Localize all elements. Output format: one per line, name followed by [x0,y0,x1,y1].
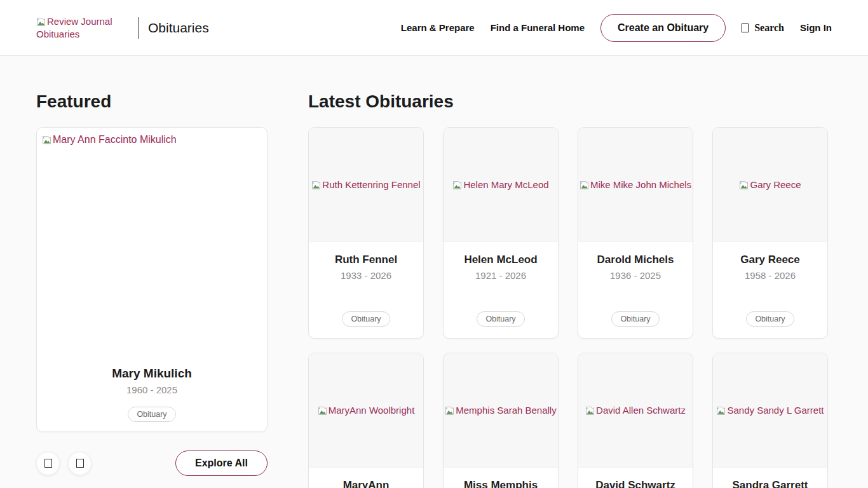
obituary-badge: Obituary [611,311,659,327]
broken-image-icon [318,405,328,416]
obituary-name: David Schwartz [595,478,675,488]
obituary-card[interactable]: MaryAnn Woolbright MaryAnn [308,353,424,488]
featured-card-body: Mary Mikulich 1960 - 2025 Obituary [37,367,267,431]
broken-image-icon [445,405,455,416]
header-divider [138,17,139,39]
obituary-photo-broken-image: Gary Reece [713,128,827,242]
latest-obituaries-section: Latest Obituaries Ruth Kettenring Fennel… [308,56,832,488]
broken-image-icon [452,180,463,190]
obituary-name: Mary Mikulich [37,367,267,381]
obituary-years: 1921 - 2026 [475,270,526,281]
obituary-card-body: Miss Memphis [444,468,558,488]
carousel-next-icon [76,459,84,468]
broken-image-icon [36,17,46,27]
broken-image-icon [716,405,726,416]
featured-section: Featured Mary Ann Faccinto Mikulich Mary… [36,56,268,488]
broken-image-alt-text: Mary Ann Faccinto Mikulich [53,134,177,145]
obituary-card-body: David Schwartz [578,468,693,488]
logo-link[interactable]: Review Journal Obituaries [36,15,121,41]
carousel-prev-icon [44,459,52,468]
header-nav: Learn & Prepare Find a Funeral Home Crea… [401,14,832,42]
latest-obituaries-heading: Latest Obituaries [308,91,832,112]
obituary-name: Miss Memphis [464,478,538,488]
obituary-years: 1960 - 2025 [37,384,267,395]
broken-image-alt-text: MaryAnn Woolbright [329,405,415,416]
obituary-card[interactable]: Ruth Kettenring Fennel Ruth Fennel 1933 … [308,127,424,339]
obituary-photo-broken-image: Mike Mike John Michels [578,128,693,242]
latest-obituaries-grid: Ruth Kettenring Fennel Ruth Fennel 1933 … [308,127,832,488]
obituary-card-body: Darold Michels 1936 - 2025 Obituary [578,242,693,338]
obituary-card[interactable]: Sandy Sandy L Garrett Sandra Garrett [712,353,828,488]
obituary-badge: Obituary [746,311,794,327]
obituary-card[interactable]: Memphis Sarah Benally Miss Memphis [443,353,559,488]
broken-image-icon [311,180,322,190]
obituary-name: Gary Reece [740,253,800,267]
obituary-photo-broken-image: Helen Mary McLeod [444,128,558,242]
featured-heading: Featured [36,91,268,112]
obituary-card-body: MaryAnn [309,468,423,488]
logo-alt-text: Review Journal Obituaries [36,16,112,39]
main-content: Featured Mary Ann Faccinto Mikulich Mary… [0,56,868,488]
obituary-card-body: Gary Reece 1958 - 2026 Obituary [713,242,827,338]
logo-broken-image: Review Journal Obituaries [36,15,121,41]
broken-image-alt-text: David Allen Schwartz [596,405,686,416]
broken-image-alt-text: Memphis Sarah Benally [456,405,556,416]
broken-image-alt-text: Sandy Sandy L Garrett [727,405,824,416]
carousel-next-button[interactable] [68,452,92,475]
obituary-name: MaryAnn [343,478,390,488]
obituary-badge: Obituary [342,311,390,327]
broken-image-icon [580,180,590,190]
broken-image-icon [42,135,52,145]
obituary-photo-broken-image: Ruth Kettenring Fennel [309,128,423,242]
obituary-card[interactable]: Mike Mike John Michels Darold Michels 19… [578,127,693,339]
obituary-years: 1936 - 2025 [610,270,661,281]
obituary-card[interactable]: David Allen Schwartz David Schwartz [578,353,693,488]
page-title: Obituaries [148,20,209,36]
obituary-photo-broken-image: David Allen Schwartz [578,353,693,468]
obituary-name: Helen McLeod [464,253,537,267]
create-an-obituary-button[interactable]: Create an Obituary [600,14,726,42]
obituary-years: 1958 - 2026 [745,270,796,281]
obituary-card[interactable]: Gary Reece Gary Reece 1958 - 2026 Obitua… [712,127,828,339]
obituary-photo-broken-image: MaryAnn Woolbright [309,353,423,468]
search-label: Search [754,22,784,34]
obituary-card-body: Sandra Garrett [713,468,827,488]
carousel-prev-button[interactable] [36,452,60,475]
sign-in-link[interactable]: Sign In [800,22,832,33]
featured-carousel-controls: Explore All [36,451,268,476]
obituary-badge: Obituary [128,407,175,422]
broken-image-icon [739,180,749,190]
broken-image-alt-text: Ruth Kettenring Fennel [322,179,420,190]
obituary-years: 1933 - 2026 [341,270,391,281]
obituary-photo-broken-image: Memphis Sarah Benally [444,353,558,468]
search-button[interactable]: Search [742,22,784,34]
obituary-badge: Obituary [477,311,524,327]
search-icon [742,24,749,32]
obituary-card-body: Helen McLeod 1921 - 2026 Obituary [444,242,558,338]
obituary-name: Ruth Fennel [335,253,397,267]
broken-image-alt-text: Gary Reece [750,179,801,190]
obituary-card-body: Ruth Fennel 1933 - 2026 Obituary [309,242,423,338]
obituary-name: Darold Michels [597,253,674,267]
featured-obituary-card[interactable]: Mary Ann Faccinto Mikulich Mary Mikulich… [36,127,268,432]
site-header: Review Journal Obituaries Obituaries Lea… [0,0,868,56]
nav-link-learn-and-prepare[interactable]: Learn & Prepare [401,22,475,33]
explore-all-button[interactable]: Explore All [175,451,268,476]
obituary-photo-broken-image: Sandy Sandy L Garrett [713,353,827,468]
obituary-name: Sandra Garrett [732,478,808,488]
broken-image-alt-text: Mike Mike John Michels [590,179,691,190]
nav-link-find-a-funeral-home[interactable]: Find a Funeral Home [491,22,585,33]
broken-image-icon [585,405,595,416]
obituary-card[interactable]: Helen Mary McLeod Helen McLeod 1921 - 20… [443,127,559,339]
featured-photo-broken-image: Mary Ann Faccinto Mikulich [37,128,267,367]
broken-image-alt-text: Helen Mary McLeod [463,179,548,190]
